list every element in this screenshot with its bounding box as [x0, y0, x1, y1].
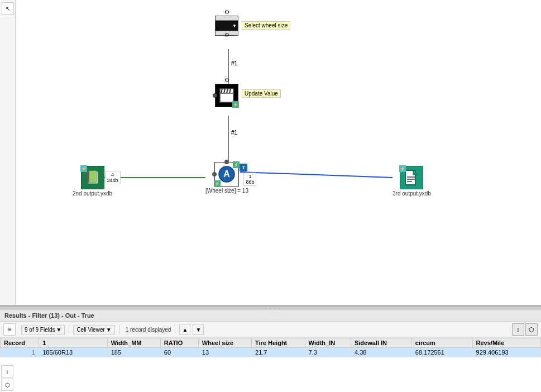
- output2-data-badge: 4344b: [105, 171, 121, 184]
- gear-icon-dropdown-bottom: ⚙: [224, 32, 229, 38]
- col-header-revs[interactable]: Revs/Mile: [472, 338, 540, 348]
- line-label-1-text: #1: [231, 60, 237, 66]
- output2-node[interactable]: ⚡ 📗 4344b 2nd output.yxdb: [73, 166, 112, 197]
- cell-tire-height: 21.7: [252, 348, 305, 357]
- filter-lightning-icon: ⚡: [233, 161, 240, 168]
- filter-connector-top: [224, 160, 229, 164]
- cell-sidewall-in: 4.38: [351, 348, 411, 357]
- cell-circum: 68.172561: [411, 348, 472, 357]
- output3-node[interactable]: ⚡ 3rd output.yxdb: [392, 166, 431, 197]
- fields-dropdown-arrow-icon: ▼: [56, 327, 61, 333]
- next-record-btn[interactable]: ▼: [193, 324, 204, 335]
- col-header-sidewall-in[interactable]: Sidewall IN: [351, 338, 411, 348]
- up-arrow-icon: ▲: [182, 327, 188, 333]
- dropdown-node-label: Select wheel size: [242, 21, 290, 30]
- book-icon: 📗: [85, 170, 100, 185]
- record-count: 1 record displayed: [126, 327, 171, 333]
- output2-box: ⚡ 📗 4344b: [81, 166, 104, 189]
- bottom-left-icons: ≡: [3, 323, 16, 336]
- filter-connector-left: [212, 172, 217, 176]
- bottom-side-icon-1[interactable]: ↕: [1, 365, 13, 377]
- fields-dropdown-btn[interactable]: 9 of 9 Fields ▼: [21, 325, 65, 334]
- dropdown-top: [216, 16, 238, 21]
- output3-lightning-icon: ⚡: [399, 165, 406, 172]
- cell-wheel-size: 13: [198, 348, 251, 357]
- table-row[interactable]: 1 185/60R13 185 60 13 21.7 7.3 4.38 68.1…: [1, 348, 541, 357]
- prev-record-btn[interactable]: ▲: [179, 324, 190, 335]
- table-header-row: Record 1 Width_MM RATIO Wheel size Tire …: [1, 338, 541, 348]
- alteryx-filter-icon: A: [218, 166, 235, 183]
- bottom-panel-side-icons: ↕ ⬡: [0, 364, 15, 392]
- gear-icon-update: ⚙: [224, 77, 229, 83]
- connection-lines: [0, 0, 541, 305]
- col-header-circum[interactable]: circum: [411, 338, 472, 348]
- cell-width-in: 7.3: [305, 348, 351, 357]
- output2-lightning-icon: ⚡: [80, 165, 87, 172]
- output3-box: ⚡: [400, 166, 423, 189]
- filter-box: ⚡ A T 186b ⚡: [214, 162, 239, 187]
- update-value-node[interactable]: ⚙ ⚡ Update Value: [215, 84, 238, 107]
- right-icon-1-btn[interactable]: ↕: [512, 323, 524, 336]
- filter-label: [Wheel size] = 13: [205, 188, 248, 194]
- sidebar-cursor-btn[interactable]: ↖: [2, 2, 14, 15]
- update-connector-left: [213, 93, 217, 98]
- col-header-tire-height[interactable]: Tire Height: [252, 338, 305, 348]
- update-node-label: Update Value: [242, 89, 281, 98]
- cell-viewer-btn[interactable]: Cell Viewer ▼: [73, 325, 114, 334]
- col-header-wheel-size[interactable]: Wheel size: [198, 338, 251, 348]
- line-label-2-text: #1: [231, 130, 237, 136]
- bottom-panel: · · · · · Results - Filter (13) - Out - …: [0, 305, 541, 392]
- gear-icon-dropdown: ⚙: [224, 9, 229, 15]
- down-arrow-icon: ▼: [195, 327, 201, 333]
- cell-ratio: 60: [160, 348, 198, 357]
- toolbar-separator-2: [119, 325, 119, 334]
- cell-revs: 929.406193: [472, 348, 540, 357]
- update-lightning-icon: ⚡: [232, 101, 239, 108]
- right-icon-2-btn[interactable]: ⬡: [525, 323, 538, 336]
- update-node-box: ⚡: [215, 84, 238, 107]
- canvas-area: #1 #1 #1 #1 ⚙ ▼ ⚙ Select wheel size ⚙: [0, 0, 541, 305]
- col-header-1[interactable]: 1: [39, 338, 107, 348]
- table-icon-btn[interactable]: ≡: [3, 323, 16, 336]
- results-table: Record 1 Width_MM RATIO Wheel size Tire …: [0, 338, 541, 357]
- data-table-wrapper: Record 1 Width_MM RATIO Wheel size Tire …: [0, 338, 541, 392]
- dropdown-node[interactable]: ⚙ ▼ ⚙ Select wheel size: [215, 16, 238, 36]
- svg-line-4: [240, 172, 392, 178]
- t-data-badge: 186b: [243, 173, 256, 186]
- right-side-icons: ↕ ⬡: [512, 323, 538, 336]
- canvas-left-sidebar: ↖: [0, 0, 16, 305]
- results-header: Results - Filter (13) - Out - True: [0, 310, 541, 322]
- col-header-width-in[interactable]: Width_IN: [305, 338, 351, 348]
- dropdown-arrow-icon: ▼: [232, 23, 237, 28]
- cell-viewer-label: Cell Viewer: [76, 327, 104, 333]
- output2-label: 2nd output.yxdb: [73, 190, 112, 197]
- col-header-record[interactable]: Record: [1, 338, 39, 348]
- document-icon: [404, 170, 419, 185]
- cell-viewer-arrow-icon: ▼: [106, 327, 112, 333]
- t-badge: T: [240, 164, 247, 171]
- bottom-side-icon-2[interactable]: ⬡: [1, 379, 13, 391]
- cell-width-mm: 185: [107, 348, 160, 357]
- filter-node[interactable]: ⚡ A T 186b ⚡ [Wheel size] = 13: [205, 162, 248, 194]
- fields-label: 9 of 9 Fields: [25, 327, 55, 333]
- output3-label: 3rd output.yxdb: [392, 190, 431, 197]
- toolbar-separator-1: [69, 325, 69, 334]
- toolbar-separator-3: [175, 325, 175, 334]
- cell-record-num: 1: [1, 348, 39, 357]
- svg-text:A: A: [224, 169, 231, 179]
- col-header-ratio[interactable]: RATIO: [160, 338, 198, 348]
- cell-1: 185/60R13: [39, 348, 107, 357]
- col-header-width-mm[interactable]: Width_MM: [107, 338, 160, 348]
- filter-f-lightning-icon: ⚡: [214, 180, 221, 187]
- dropdown-body: ▼: [216, 21, 238, 31]
